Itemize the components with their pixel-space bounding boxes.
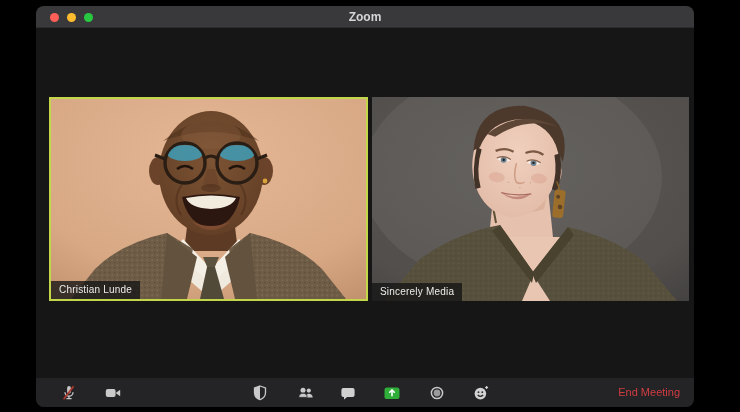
share-screen-icon (382, 383, 402, 403)
participants-button[interactable] (292, 378, 320, 407)
window-title: Zoom (36, 6, 694, 28)
titlebar[interactable]: Zoom (36, 6, 694, 28)
microphone-muted-icon (59, 383, 79, 403)
end-meeting-button[interactable]: End Meeting (618, 378, 680, 407)
mute-button[interactable] (55, 378, 83, 407)
reactions-smiley-icon (471, 383, 491, 403)
participant-video-man (51, 99, 366, 299)
video-tile-sincerely-media[interactable]: Sincerely Media (372, 97, 689, 301)
zoom-app-window: Zoom (36, 6, 694, 407)
security-button[interactable] (246, 378, 274, 407)
participant-name-label: Sincerely Media (372, 283, 462, 301)
shield-icon (250, 383, 270, 403)
record-button[interactable] (423, 378, 451, 407)
meeting-area: Christian Lunde (36, 28, 694, 378)
record-icon (427, 383, 447, 403)
video-camera-icon (103, 383, 123, 403)
meeting-toolbar: End Meeting (36, 378, 694, 407)
chat-button[interactable] (334, 378, 362, 407)
chat-bubble-icon (338, 383, 358, 403)
desktop: { "window": { "title": "Zoom", "controls… (0, 0, 740, 412)
share-screen-button[interactable] (378, 378, 406, 407)
participants-icon (296, 383, 316, 403)
participant-video-woman (372, 97, 689, 301)
participant-name-label: Christian Lunde (51, 281, 140, 299)
video-button[interactable] (99, 378, 127, 407)
reactions-button[interactable] (467, 378, 495, 407)
video-tile-christian-lunde[interactable]: Christian Lunde (49, 97, 368, 301)
